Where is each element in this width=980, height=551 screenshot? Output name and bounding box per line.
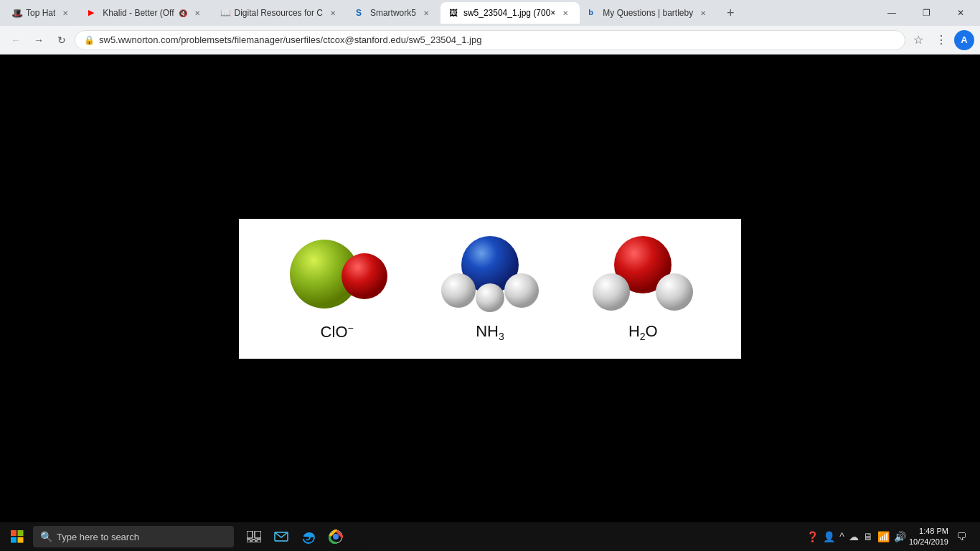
account-button[interactable]: A (954, 30, 974, 50)
taskbar-search-text: Type here to search (57, 532, 139, 542)
taskbar-datetime[interactable]: 1:48 PM 10/24/2019 (909, 526, 948, 548)
toolbar-right: ☆ ⋮ A (908, 30, 974, 50)
tab-youtube[interactable]: ▶ Khalid - Better (Off 🔇 ✕ (80, 2, 211, 24)
people-icon[interactable]: 👤 (823, 531, 835, 542)
youtube-favicon: ▶ (88, 8, 98, 18)
window-controls: — ❐ ✕ (875, 0, 977, 26)
tophat-favicon: 🎩 (11, 8, 22, 18)
digital-favicon: 📖 (220, 8, 230, 18)
nh3-label: NH3 (476, 322, 504, 342)
tab-tophat-label: Top Hat (26, 8, 55, 18)
svg-rect-0 (11, 530, 17, 536)
taskbar-right: ❓ 👤 ^ ☁ 🖥 📶 🔊 1:48 PM 10/24/2019 🗨 (806, 526, 977, 548)
taskbar-search-bar[interactable]: 🔍 Type here to search (33, 526, 234, 547)
bartleby-favicon: b (588, 8, 598, 18)
svg-rect-6 (247, 540, 250, 542)
h2o-label: H2O (628, 322, 658, 342)
reload-button[interactable]: ↻ (52, 30, 72, 50)
taskbar-apps (241, 524, 349, 550)
smartwork-favicon: S (356, 8, 366, 18)
svg-rect-2 (11, 537, 17, 543)
cloud-icon[interactable]: ☁ (849, 531, 859, 542)
tab-image-label: sw5_23504_1.jpg (700× (463, 8, 555, 18)
tab-smartwork-label: Smartwork5 (370, 8, 416, 18)
notification-icon: 🗨 (956, 531, 966, 542)
browser-frame: 🎩 Top Hat ✕ ▶ Khalid - Better (Off 🔇 ✕ 📖… (0, 0, 980, 551)
tab-youtube-label: Khalid - Better (Off (103, 8, 174, 18)
edge-icon (301, 529, 316, 544)
svg-rect-7 (252, 540, 255, 542)
hydrogen-ball-h2o-left (593, 273, 630, 311)
taskbar-app-task-view[interactable] (241, 524, 267, 550)
tab-tophat[interactable]: 🎩 Top Hat ✕ (3, 2, 80, 24)
tab-digital-label: Digital Resources for C (235, 8, 323, 18)
molecule-clo: ClO− (265, 235, 409, 342)
molecule-image-card: ClO− (239, 219, 741, 359)
hydrogen-ball-left (441, 273, 476, 308)
menu-button[interactable]: ⋮ (931, 30, 951, 50)
network-icon[interactable]: 📶 (877, 531, 890, 542)
systray: ❓ 👤 ^ ☁ 🖥 📶 🔊 (806, 531, 906, 542)
bookmark-button[interactable]: ☆ (908, 30, 928, 50)
tab-digital-close[interactable]: ✕ (327, 7, 339, 19)
tab-bartleby[interactable]: b My Questions | bartleby ✕ (580, 2, 717, 24)
mute-icon: 🔇 (179, 9, 187, 17)
new-tab-button[interactable]: + (720, 3, 740, 23)
restore-button[interactable]: ❐ (910, 0, 943, 26)
tab-image-close[interactable]: ✕ (560, 7, 571, 19)
svg-rect-4 (247, 531, 253, 538)
help-icon[interactable]: ❓ (806, 531, 819, 542)
hydrogen-ball-right (504, 273, 539, 308)
nh3-molecule-svg (433, 235, 547, 314)
tab-bartleby-label: My Questions | bartleby (603, 8, 693, 18)
url-display: sw5.wwnorton.com/problemsets/filemanager… (99, 34, 481, 45)
oxygen-ball (341, 253, 387, 299)
taskbar-time-text: 1:48 PM (909, 526, 948, 537)
tab-bartleby-close[interactable]: ✕ (697, 7, 709, 19)
h2o-molecule-svg (585, 235, 700, 314)
svg-rect-3 (18, 537, 24, 543)
tab-digital[interactable]: 📖 Digital Resources for C ✕ (212, 2, 347, 24)
clo-label: ClO− (321, 322, 354, 342)
forward-button[interactable]: → (29, 30, 49, 50)
toolbar: ← → ↻ 🔒 sw5.wwnorton.com/problemsets/fil… (0, 26, 980, 55)
page-content: ClO− (0, 55, 980, 522)
chevron-up-icon[interactable]: ^ (839, 531, 844, 542)
svg-rect-8 (257, 540, 261, 542)
clo-molecule-svg (280, 235, 395, 314)
taskbar-date-text: 10/24/2019 (909, 537, 948, 547)
tab-smartwork-close[interactable]: ✕ (420, 7, 432, 19)
svg-rect-1 (18, 530, 24, 536)
url-text: sw5.wwnorton.com/problemsets/filemanager… (99, 34, 896, 45)
task-view-icon (247, 531, 261, 542)
back-button[interactable]: ← (6, 30, 26, 50)
chrome-icon (329, 529, 343, 544)
notification-button[interactable]: 🗨 (951, 527, 971, 547)
molecule-nh3: NH3 (418, 235, 562, 342)
svg-rect-5 (255, 531, 261, 538)
molecule-h2o: H2O (571, 235, 715, 342)
tab-tophat-close[interactable]: ✕ (60, 7, 71, 19)
taskbar-app-edge[interactable] (296, 524, 321, 550)
display-icon[interactable]: 🖥 (863, 531, 873, 542)
lock-icon: 🔒 (84, 35, 95, 45)
close-button[interactable]: ✕ (944, 0, 977, 26)
title-bar: 🎩 Top Hat ✕ ▶ Khalid - Better (Off 🔇 ✕ 📖… (0, 0, 980, 26)
taskbar-search-icon: 🔍 (40, 531, 52, 542)
taskbar-app-mail[interactable] (268, 524, 294, 550)
mail-icon (274, 531, 288, 542)
hydrogen-ball-center (476, 283, 504, 312)
tab-youtube-close[interactable]: ✕ (192, 7, 203, 19)
minimize-button[interactable]: — (875, 0, 908, 26)
image-favicon: 🖼 (449, 8, 459, 18)
windows-logo-icon (11, 530, 24, 543)
hydrogen-ball-h2o-right (656, 273, 693, 311)
volume-icon[interactable]: 🔊 (894, 531, 906, 542)
taskbar: 🔍 Type here to search (0, 522, 980, 551)
tab-smartwork[interactable]: S Smartwork5 ✕ (347, 2, 440, 24)
start-button[interactable] (3, 522, 32, 551)
address-bar[interactable]: 🔒 sw5.wwnorton.com/problemsets/filemanag… (75, 30, 905, 50)
taskbar-app-chrome[interactable] (323, 524, 349, 550)
tab-image[interactable]: 🖼 sw5_23504_1.jpg (700× ✕ (440, 2, 580, 24)
svg-point-11 (333, 534, 339, 540)
